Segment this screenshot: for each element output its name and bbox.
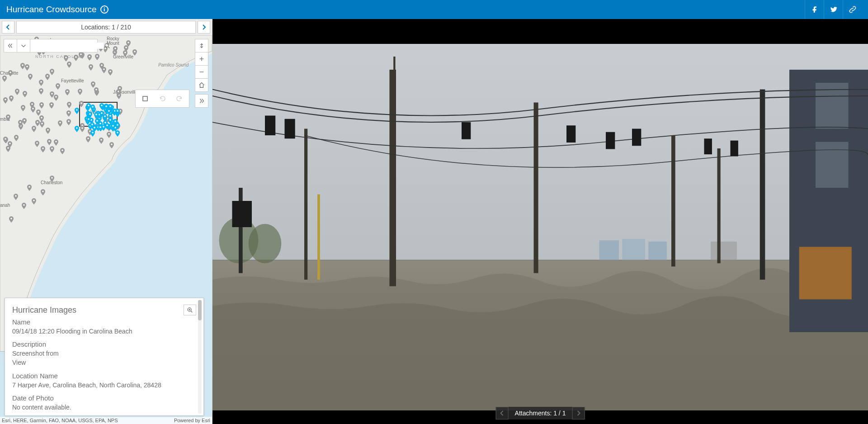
map-pin[interactable] bbox=[98, 125, 103, 131]
map-pin[interactable] bbox=[87, 54, 92, 61]
map-pin[interactable] bbox=[27, 185, 32, 191]
map-pin[interactable] bbox=[3, 97, 8, 104]
map-pin[interactable] bbox=[107, 132, 111, 138]
map-pin[interactable] bbox=[58, 120, 62, 127]
map-pin[interactable] bbox=[99, 111, 104, 117]
expand-tools-button[interactable] bbox=[195, 94, 208, 108]
map-pin[interactable] bbox=[109, 142, 114, 148]
next-attachment-button[interactable] bbox=[572, 407, 585, 419]
map-pin[interactable] bbox=[80, 126, 85, 132]
map-pin[interactable] bbox=[78, 89, 82, 95]
search-button[interactable] bbox=[104, 39, 110, 52]
map-pin[interactable] bbox=[39, 88, 43, 95]
map-pin[interactable] bbox=[41, 189, 45, 195]
popup-zoom-button[interactable] bbox=[184, 305, 196, 315]
map-pin[interactable] bbox=[39, 115, 44, 122]
map-pin[interactable] bbox=[8, 141, 12, 148]
map-pin[interactable] bbox=[28, 74, 33, 80]
zoom-in-button[interactable] bbox=[195, 52, 208, 66]
map-pin[interactable] bbox=[50, 69, 54, 75]
rectangle-select-button[interactable] bbox=[137, 92, 153, 105]
map-pin[interactable] bbox=[107, 109, 111, 115]
map-pin[interactable] bbox=[54, 139, 58, 146]
map-pin[interactable] bbox=[99, 138, 104, 144]
map-pin[interactable] bbox=[123, 50, 127, 57]
map-pin[interactable] bbox=[67, 62, 71, 68]
map-pin[interactable] bbox=[14, 135, 19, 141]
map-pin[interactable] bbox=[94, 87, 99, 94]
map-pin[interactable] bbox=[15, 89, 19, 95]
map-pin[interactable] bbox=[40, 121, 44, 128]
facebook-icon[interactable] bbox=[805, 0, 824, 19]
map-pin[interactable] bbox=[25, 64, 29, 71]
map-pin[interactable] bbox=[90, 105, 95, 111]
compass-button[interactable] bbox=[195, 39, 208, 52]
map-pin[interactable] bbox=[35, 141, 39, 147]
map-pin[interactable] bbox=[60, 148, 65, 154]
map-pin[interactable] bbox=[36, 110, 41, 116]
map-pin[interactable] bbox=[75, 108, 79, 114]
map-pin[interactable] bbox=[23, 91, 27, 97]
map-pin[interactable] bbox=[30, 102, 34, 108]
map-pin[interactable] bbox=[90, 130, 95, 137]
map-pin[interactable] bbox=[39, 102, 44, 109]
map-pin[interactable] bbox=[79, 52, 83, 58]
search-input[interactable] bbox=[30, 43, 104, 49]
map-pin[interactable] bbox=[49, 102, 54, 109]
map-pin[interactable] bbox=[95, 54, 99, 60]
map-pin[interactable] bbox=[115, 130, 120, 137]
info-icon[interactable]: i bbox=[100, 5, 108, 14]
map-pin[interactable] bbox=[39, 80, 43, 86]
map-pin[interactable] bbox=[74, 55, 78, 61]
map-pin[interactable] bbox=[21, 105, 25, 111]
map-pin[interactable] bbox=[65, 89, 70, 95]
map-pin[interactable] bbox=[79, 101, 84, 107]
map-pin[interactable] bbox=[75, 126, 79, 132]
map-pin[interactable] bbox=[18, 120, 23, 126]
map-pin[interactable] bbox=[67, 102, 71, 108]
map-pin[interactable] bbox=[126, 40, 131, 47]
undo-selection-button[interactable] bbox=[155, 92, 170, 105]
map-pin[interactable] bbox=[54, 95, 58, 101]
map-canvas[interactable]: Greensboro Rocky Mount NORTH CAROLINA Gr… bbox=[0, 35, 212, 424]
map-pin[interactable] bbox=[14, 194, 18, 200]
map-pin[interactable] bbox=[99, 103, 104, 110]
map-pin[interactable] bbox=[8, 70, 13, 76]
map-pin[interactable] bbox=[89, 64, 93, 71]
map-pin[interactable] bbox=[108, 69, 113, 76]
map-pin[interactable] bbox=[108, 118, 113, 124]
map-pin[interactable] bbox=[90, 122, 94, 129]
map-pin[interactable] bbox=[9, 216, 14, 223]
map-pin[interactable] bbox=[3, 137, 8, 143]
map-pin[interactable] bbox=[99, 63, 104, 69]
map-pin[interactable] bbox=[6, 114, 10, 121]
map-pin[interactable] bbox=[66, 110, 71, 117]
popup-view-link[interactable]: View bbox=[12, 359, 26, 366]
prev-attachment-button[interactable] bbox=[496, 407, 509, 419]
prev-location-button[interactable] bbox=[2, 21, 14, 33]
map-pin[interactable] bbox=[32, 198, 36, 205]
map-pin[interactable] bbox=[20, 63, 25, 69]
map-pin[interactable] bbox=[50, 176, 54, 182]
map-pin[interactable] bbox=[56, 83, 60, 90]
map-pin[interactable] bbox=[88, 112, 92, 118]
map-pin[interactable] bbox=[66, 119, 71, 125]
map-pin[interactable] bbox=[2, 76, 7, 82]
map-pin[interactable] bbox=[111, 124, 115, 130]
map-pin[interactable] bbox=[46, 128, 50, 134]
link-icon[interactable] bbox=[843, 0, 862, 19]
search-source-dropdown[interactable] bbox=[17, 39, 30, 52]
home-button[interactable] bbox=[195, 78, 208, 92]
map-pin[interactable] bbox=[41, 146, 45, 152]
next-location-button[interactable] bbox=[198, 21, 210, 33]
twitter-icon[interactable] bbox=[824, 0, 843, 19]
map-pin[interactable] bbox=[32, 126, 36, 132]
map-pin[interactable] bbox=[94, 112, 99, 119]
map-pin[interactable] bbox=[64, 55, 68, 62]
map-pin[interactable] bbox=[118, 86, 122, 92]
map-pin[interactable] bbox=[45, 74, 50, 80]
redo-selection-button[interactable] bbox=[172, 92, 187, 105]
map-pin[interactable] bbox=[115, 123, 120, 129]
map-pin[interactable] bbox=[113, 46, 118, 52]
collapse-search-button[interactable] bbox=[4, 39, 17, 52]
